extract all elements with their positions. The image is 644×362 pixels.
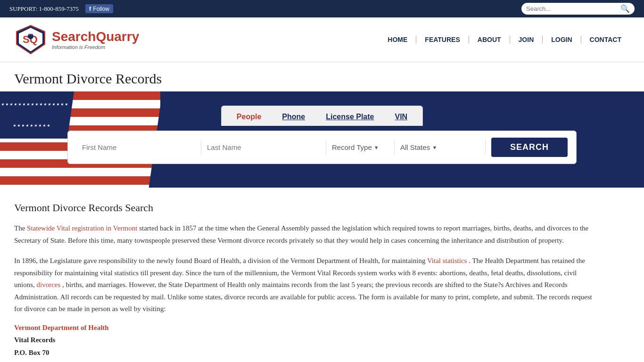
search-tabs-container: People Phone License Plate VIN: [221, 106, 423, 126]
top-search-bar[interactable]: 🔍: [521, 3, 635, 15]
nav-join[interactable]: JOIN: [510, 36, 543, 43]
tab-vin[interactable]: VIN: [389, 110, 413, 126]
logo-text: SearchQuarry Information is Freedom: [52, 29, 139, 50]
content-title: Vermont Divorce Records Search: [14, 202, 599, 214]
nav-contact[interactable]: CONTACT: [581, 36, 630, 43]
link-vital-statistics[interactable]: Vital statistics: [427, 257, 467, 264]
record-type-dropdown[interactable]: Record Type ▼: [326, 140, 395, 155]
page-title-section: Vermont Divorce Records: [0, 62, 644, 91]
support-text: SUPPORT:: [9, 5, 37, 12]
fb-follow-label: Follow: [93, 6, 109, 12]
para2-end: , births, and marriages. However, the St…: [14, 281, 592, 313]
support-label: SUPPORT: 1-800-859-7375: [9, 5, 79, 13]
search-tabs: People Phone License Plate VIN: [221, 106, 423, 126]
all-states-arrow-icon: ▼: [432, 145, 441, 150]
logo-shield-icon: SQ: [14, 23, 47, 56]
top-bar-left: SUPPORT: 1-800-859-7375 f Follow: [9, 4, 113, 13]
first-name-input[interactable]: [76, 140, 201, 155]
hero-banner: ★★★★★ ★★★★★ ★★★★★ ★★★★★ ★★★★★ People Pho…: [0, 91, 644, 188]
fb-follow-button[interactable]: f Follow: [85, 4, 113, 13]
nav-features[interactable]: FEATURES: [416, 36, 469, 43]
address-block: Vital Records P.O. Box 70 Burlington, VT…: [14, 334, 599, 362]
nav-login[interactable]: LOGIN: [543, 36, 581, 43]
page-title: Vermont Divorce Records: [14, 71, 630, 87]
nav-about[interactable]: ABOUT: [469, 36, 510, 43]
support-phone: 1-800-859-7375: [39, 5, 79, 12]
nav-home[interactable]: HOME: [379, 36, 416, 43]
address-line1: Vital Records: [14, 334, 599, 346]
paragraph-1: The Statewide Vital registration in Verm…: [14, 222, 599, 247]
logo-brand: SearchQuarry: [52, 29, 139, 44]
header: SQ SearchQuarry Information is Freedom H…: [0, 17, 644, 62]
last-name-input[interactable]: [201, 140, 326, 155]
all-states-dropdown[interactable]: All States ▼: [395, 140, 486, 155]
logo-tagline: Information is Freedom: [52, 44, 139, 50]
search-button[interactable]: SEARCH: [491, 138, 568, 157]
logo-search: Search: [52, 29, 96, 44]
tab-people[interactable]: People: [231, 110, 267, 126]
address-line3: Burlington, VT 05402-0070: [14, 359, 599, 362]
main-nav: HOME FEATURES ABOUT JOIN LOGIN CONTACT: [379, 36, 630, 43]
dept-name: Vermont Department of Health: [14, 324, 599, 332]
content-section: Vermont Divorce Records Search The State…: [0, 188, 613, 362]
link-vital-registration[interactable]: Statewide Vital registration in Vermont: [27, 224, 137, 232]
address-line2: P.O. Box 70: [14, 346, 599, 359]
all-states-label: All States: [395, 140, 432, 155]
top-search-input[interactable]: [526, 5, 620, 12]
logo-quarry: Quarry: [96, 29, 139, 44]
para2-before: In 1896, the Legislature gave responsibi…: [14, 257, 427, 264]
tab-phone[interactable]: Phone: [276, 110, 311, 126]
record-type-label: Record Type: [326, 140, 374, 155]
fb-icon: f: [89, 5, 91, 12]
top-search-button[interactable]: 🔍: [620, 4, 630, 13]
record-type-arrow-icon: ▼: [374, 145, 383, 150]
svg-point-3: [28, 33, 33, 39]
logo-area: SQ SearchQuarry Information is Freedom: [14, 23, 139, 56]
flag-canton: ★★★★★ ★★★★★ ★★★★★ ★★★★★ ★★★★★: [0, 91, 74, 139]
link-divorces[interactable]: divorces: [37, 281, 61, 288]
search-form: Record Type ▼ All States ▼ SEARCH: [67, 131, 577, 164]
top-bar: SUPPORT: 1-800-859-7375 f Follow 🔍: [0, 0, 644, 17]
tab-license-plate[interactable]: License Plate: [320, 110, 380, 126]
paragraph-2: In 1896, the Legislature gave responsibi…: [14, 255, 599, 315]
